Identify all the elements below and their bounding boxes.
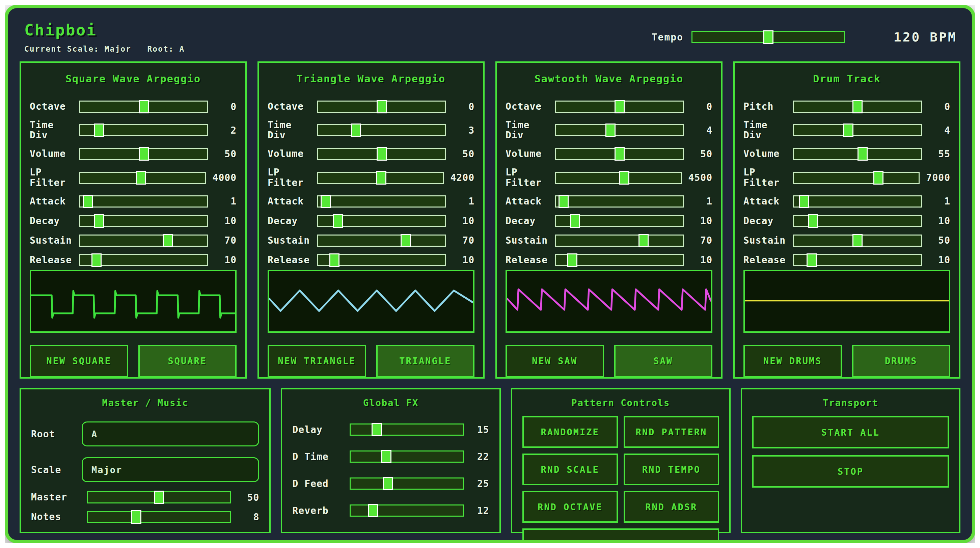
sawtooth-wave-arpeggio-sustain-slider-thumb[interactable] — [638, 234, 649, 247]
sawtooth-wave-arpeggio-lp-filter-slider-thumb[interactable] — [619, 171, 629, 184]
sawtooth-wave-arpeggio-volume-slider-thumb[interactable] — [614, 147, 625, 160]
drum-track-sustain-slider[interactable] — [793, 235, 922, 247]
triangle-wave-arpeggio-sustain-slider-thumb[interactable] — [401, 234, 411, 247]
square-wave-arpeggio-attack-slider[interactable] — [79, 195, 208, 208]
fx-reverb-slider-thumb[interactable] — [368, 504, 378, 517]
sawtooth-wave-arpeggio-decay-slider-thumb[interactable] — [570, 214, 580, 228]
triangle-wave-arpeggio-volume-slider-thumb[interactable] — [377, 147, 387, 160]
square-wave-arpeggio-time-div-slider-thumb[interactable] — [94, 124, 104, 137]
drum-track-attack-slider-thumb[interactable] — [799, 195, 809, 208]
rnd-scale-button[interactable]: RND SCALE — [522, 454, 618, 485]
square-wave-arpeggio-sustain-slider-thumb[interactable] — [163, 234, 173, 247]
stop-button[interactable]: STOP — [752, 455, 949, 488]
sawtooth-wave-arpeggio-release-slider[interactable] — [555, 254, 684, 266]
square-wave-arpeggio-sustain-slider[interactable] — [79, 235, 208, 247]
tempo-slider[interactable] — [692, 31, 845, 43]
square-wave-arpeggio-lp-filter-slider-thumb[interactable] — [136, 171, 146, 184]
tempo-slider-thumb[interactable] — [764, 30, 773, 44]
fx-d-feed-slider-thumb[interactable] — [383, 477, 393, 490]
master-notes-slider[interactable] — [87, 511, 231, 523]
rnd-tempo-button[interactable]: RND TEMPO — [624, 454, 719, 485]
drum-track-release-slider[interactable] — [793, 254, 922, 266]
drum-track-pitch-slider-thumb[interactable] — [853, 100, 862, 113]
drum-track-time-div-slider-thumb[interactable] — [843, 124, 853, 137]
fx-d-time-slider-thumb[interactable] — [381, 450, 391, 463]
new-all-button[interactable]: NEW ALL — [522, 529, 719, 543]
square-button[interactable]: SQUARE — [138, 345, 237, 377]
randomize-button[interactable]: RANDOMIZE — [522, 416, 618, 448]
square-wave-arpeggio-volume-slider[interactable] — [79, 148, 208, 160]
sawtooth-wave-arpeggio-decay-slider[interactable] — [555, 215, 684, 227]
fx-delay-slider-thumb[interactable] — [372, 423, 382, 436]
master-master-slider[interactable] — [87, 491, 231, 504]
drum-track-volume-slider-thumb[interactable] — [858, 147, 868, 160]
triangle-wave-arpeggio-octave-slider[interactable] — [317, 100, 446, 113]
triangle-wave-arpeggio-lp-filter-slider[interactable] — [317, 172, 444, 184]
triangle-wave-arpeggio-decay-slider-thumb[interactable] — [333, 214, 343, 228]
drum-track-pitch-slider[interactable] — [793, 100, 922, 113]
triangle-wave-arpeggio-time-div-slider[interactable] — [317, 124, 446, 136]
sawtooth-wave-arpeggio-octave-slider[interactable] — [555, 100, 684, 113]
sawtooth-wave-arpeggio-time-div-slider-thumb[interactable] — [605, 124, 616, 137]
master-notes-value: 8 — [237, 511, 259, 523]
sawtooth-wave-arpeggio-attack-slider[interactable] — [555, 195, 684, 208]
root-input[interactable]: A — [82, 421, 259, 446]
square-wave-arpeggio-time-div-slider[interactable] — [79, 124, 208, 136]
triangle-wave-arpeggio-attack-slider-thumb[interactable] — [321, 195, 331, 208]
drum-track-lp-filter-slider-thumb[interactable] — [873, 171, 883, 184]
triangle-wave-arpeggio-attack-slider[interactable] — [317, 195, 446, 208]
drum-track-sustain-slider-thumb[interactable] — [853, 234, 862, 247]
drum-track-volume-slider[interactable] — [793, 148, 922, 160]
triangle-wave-arpeggio-release-slider[interactable] — [317, 254, 446, 266]
triangle-wave-arpeggio-sustain-slider[interactable] — [317, 235, 446, 247]
triangle-wave-arpeggio-decay-slider[interactable] — [317, 215, 446, 227]
square-wave-arpeggio-decay-slider[interactable] — [79, 215, 208, 227]
sawtooth-wave-arpeggio-time-div-slider[interactable] — [555, 124, 684, 136]
new-triangle-button[interactable]: NEW TRIANGLE — [267, 345, 366, 377]
drum-track-lp-filter-slider[interactable] — [793, 172, 920, 184]
square-wave-arpeggio-attack-slider-thumb[interactable] — [83, 195, 93, 208]
sawtooth-wave-arpeggio-volume-slider[interactable] — [555, 148, 684, 160]
scale-input[interactable]: Major — [82, 457, 259, 482]
triangle-wave-arpeggio-release-slider-thumb[interactable] — [329, 253, 339, 267]
fx-reverb-slider[interactable] — [350, 505, 463, 516]
fx-d-feed-slider[interactable] — [350, 478, 463, 489]
triangle-button[interactable]: TRIANGLE — [376, 345, 475, 377]
drum-track-decay-slider[interactable] — [793, 215, 922, 227]
master-master-slider-thumb[interactable] — [154, 491, 164, 504]
sawtooth-wave-arpeggio-lp-filter-slider[interactable] — [555, 172, 682, 184]
new-saw-button[interactable]: NEW SAW — [506, 345, 604, 377]
drum-track-attack-slider[interactable] — [793, 195, 922, 208]
start-all-button[interactable]: START ALL — [752, 416, 949, 448]
triangle-wave-arpeggio-time-div-slider-thumb[interactable] — [351, 124, 361, 137]
square-wave-arpeggio-release-slider-thumb[interactable] — [91, 253, 102, 267]
drum-track-decay-slider-thumb[interactable] — [808, 214, 818, 228]
drum-track-release-slider-thumb[interactable] — [807, 253, 817, 267]
master-notes-label: Notes — [31, 512, 82, 522]
fx-d-time-slider[interactable] — [350, 451, 463, 463]
sawtooth-wave-arpeggio-octave-slider-thumb[interactable] — [614, 100, 625, 113]
square-wave-arpeggio-release-slider[interactable] — [79, 254, 208, 266]
rnd-pattern-button[interactable]: RND PATTERN — [624, 416, 719, 448]
rnd-octave-button[interactable]: RND OCTAVE — [522, 491, 618, 523]
sawtooth-wave-arpeggio-release-slider-thumb[interactable] — [567, 253, 578, 267]
fx-delay-slider[interactable] — [350, 424, 463, 436]
fx-delay-value: 15 — [471, 424, 489, 435]
triangle-wave-arpeggio-octave-slider-thumb[interactable] — [377, 100, 387, 113]
drums-button[interactable]: DRUMS — [852, 345, 951, 377]
sawtooth-wave-arpeggio-attack-slider-thumb[interactable] — [558, 195, 569, 208]
saw-button[interactable]: SAW — [614, 345, 713, 377]
rnd-adsr-button[interactable]: RND ADSR — [624, 491, 719, 523]
new-square-button[interactable]: NEW SQUARE — [30, 345, 128, 377]
triangle-wave-arpeggio-volume-slider[interactable] — [317, 148, 446, 160]
square-wave-arpeggio-decay-slider-thumb[interactable] — [94, 214, 104, 228]
square-wave-arpeggio-lp-filter-slider[interactable] — [79, 172, 206, 184]
master-notes-slider-thumb[interactable] — [131, 510, 142, 524]
square-wave-arpeggio-octave-slider[interactable] — [79, 100, 208, 113]
square-wave-arpeggio-octave-slider-thumb[interactable] — [139, 100, 149, 113]
new-drums-button[interactable]: NEW DRUMS — [743, 345, 842, 377]
sawtooth-wave-arpeggio-sustain-slider[interactable] — [555, 235, 684, 247]
triangle-wave-arpeggio-lp-filter-slider-thumb[interactable] — [376, 171, 387, 184]
drum-track-time-div-slider[interactable] — [793, 124, 922, 136]
square-wave-arpeggio-volume-slider-thumb[interactable] — [139, 147, 149, 160]
